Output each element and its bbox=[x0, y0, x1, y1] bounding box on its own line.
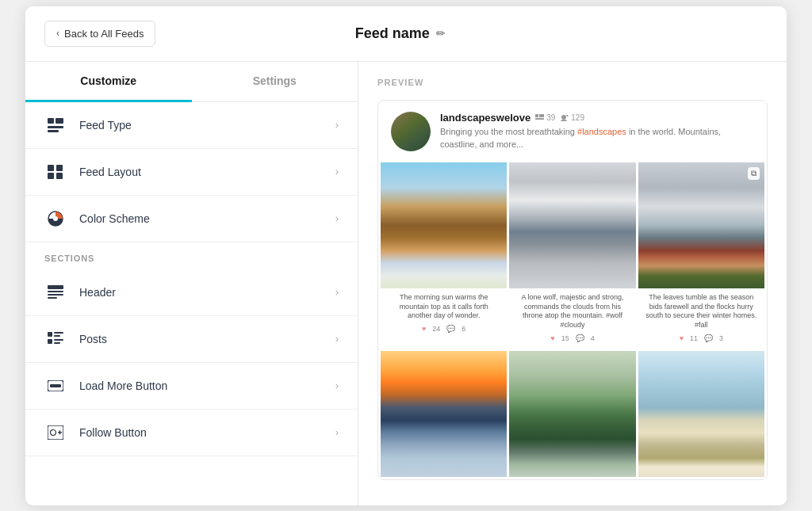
like-count-1: 24 bbox=[432, 325, 440, 333]
svg-rect-13 bbox=[48, 297, 57, 299]
svg-rect-27 bbox=[539, 114, 544, 117]
svg-rect-0 bbox=[48, 118, 54, 124]
photo-image-6 bbox=[638, 351, 764, 477]
username-row: landscapeswelove 39 129 bbox=[440, 112, 754, 124]
svg-rect-14 bbox=[48, 332, 52, 337]
svg-rect-12 bbox=[48, 294, 63, 296]
chevron-right-icon-color-scheme: › bbox=[335, 212, 339, 224]
back-button[interactable]: ‹ Back to All Feeds bbox=[44, 21, 155, 47]
chevron-right-icon-feed-layout: › bbox=[335, 166, 339, 177]
feed-description: Bringing you the most breathtaking #land… bbox=[440, 126, 754, 151]
menu-item-posts[interactable]: Posts › bbox=[25, 316, 358, 363]
back-label: Back to All Feeds bbox=[64, 28, 144, 40]
photo-image-2 bbox=[509, 162, 635, 288]
feed-header: landscapeswelove 39 129 Bringing y bbox=[378, 101, 767, 162]
edit-icon[interactable]: ✏ bbox=[436, 27, 446, 40]
like-count-3: 11 bbox=[690, 334, 698, 342]
tabs: Customize Settings bbox=[25, 62, 358, 102]
posts-icon bbox=[44, 330, 67, 348]
photo-cell-5[interactable] bbox=[509, 351, 635, 477]
photo-cell-2[interactable]: A lone wolf, majestic and strong, comman… bbox=[509, 162, 635, 349]
photo-image-4 bbox=[381, 351, 507, 477]
top-bar: ‹ Back to All Feeds Feed name ✏ bbox=[25, 6, 787, 62]
post-count-badge: 39 bbox=[535, 113, 555, 122]
photo-image-3: ⧉ bbox=[638, 162, 764, 288]
menu-item-follow-button[interactable]: Follow Button › bbox=[25, 410, 358, 456]
photo-cell-1[interactable]: The morning sun warms the mountain top a… bbox=[381, 162, 507, 349]
copy-icon-3[interactable]: ⧉ bbox=[748, 167, 760, 180]
follow-button-label: Follow Button bbox=[79, 426, 335, 439]
photo-image-5 bbox=[509, 351, 635, 477]
feed-name-area: Feed name ✏ bbox=[155, 25, 645, 42]
content-area: Customize Settings bbox=[25, 62, 787, 505]
svg-rect-21 bbox=[50, 384, 61, 387]
photo-grid: The morning sun warms the mountain top a… bbox=[378, 162, 767, 479]
svg-rect-19 bbox=[54, 342, 60, 344]
comment-icon-3: 💬 bbox=[704, 334, 713, 342]
comment-count-3: 3 bbox=[719, 334, 723, 342]
tab-customize[interactable]: Customize bbox=[25, 62, 192, 102]
photo-actions-3: ♥ 11 💬 3 bbox=[638, 332, 764, 349]
photo-cell-3[interactable]: ⧉ The leaves tumble as the season bids f… bbox=[638, 162, 764, 349]
menu-item-feed-layout[interactable]: Feed Layout › bbox=[25, 149, 358, 196]
menu-item-color-scheme[interactable]: Color Scheme › bbox=[25, 196, 358, 242]
photo-caption-1: The morning sun warms the mountain top a… bbox=[381, 288, 507, 322]
svg-rect-15 bbox=[54, 332, 63, 334]
comment-count-1: 6 bbox=[462, 325, 465, 333]
like-icon-1: ♥ bbox=[422, 325, 426, 333]
svg-rect-28 bbox=[535, 118, 544, 120]
svg-point-9 bbox=[53, 216, 58, 221]
avatar bbox=[391, 112, 431, 151]
menu-item-load-more[interactable]: Load More Button › bbox=[25, 363, 358, 410]
svg-rect-25 bbox=[59, 430, 61, 434]
feed-type-icon bbox=[44, 116, 67, 134]
svg-rect-3 bbox=[48, 130, 59, 132]
svg-rect-2 bbox=[48, 126, 63, 128]
load-more-label: Load More Button bbox=[79, 379, 335, 392]
color-scheme-icon bbox=[44, 210, 67, 227]
photo-image-1 bbox=[381, 162, 507, 288]
header-label: Header bbox=[79, 286, 335, 299]
svg-rect-1 bbox=[56, 118, 63, 124]
photo-caption-3: The leaves tumble as the season bids far… bbox=[638, 288, 764, 332]
photo-caption-2: A lone wolf, majestic and strong, comman… bbox=[509, 288, 635, 332]
svg-rect-5 bbox=[56, 165, 63, 171]
svg-point-29 bbox=[561, 115, 566, 120]
menu-item-feed-type[interactable]: Feed Type › bbox=[25, 102, 358, 149]
preview-label: PREVIEW bbox=[377, 78, 768, 87]
svg-rect-18 bbox=[54, 339, 63, 341]
left-panel: Customize Settings bbox=[25, 62, 358, 505]
instagram-feed: landscapeswelove 39 129 Bringing y bbox=[377, 100, 768, 480]
feed-type-label: Feed Type bbox=[79, 119, 335, 132]
feed-layout-label: Feed Layout bbox=[79, 166, 335, 178]
like-count-2: 15 bbox=[561, 334, 569, 342]
header-icon bbox=[44, 284, 67, 301]
svg-rect-26 bbox=[535, 114, 538, 117]
photo-cell-6[interactable] bbox=[638, 351, 764, 477]
feed-username: landscapeswelove bbox=[440, 112, 530, 124]
comment-icon-1: 💬 bbox=[446, 325, 455, 333]
svg-rect-6 bbox=[48, 173, 54, 179]
right-panel: PREVIEW landscapeswelove 39 bbox=[358, 62, 787, 505]
sections-label: SECTIONS bbox=[25, 242, 358, 269]
follower-count-badge: 129 bbox=[560, 113, 584, 122]
tab-settings[interactable]: Settings bbox=[192, 62, 358, 102]
follow-button-icon bbox=[44, 424, 67, 441]
feed-layout-icon bbox=[44, 163, 67, 181]
load-more-icon bbox=[44, 377, 67, 395]
chevron-right-icon-load-more: › bbox=[335, 379, 339, 391]
svg-rect-11 bbox=[48, 291, 63, 292]
photo-cell-4[interactable] bbox=[381, 351, 507, 477]
menu-item-header[interactable]: Header › bbox=[25, 269, 358, 316]
chevron-right-icon-header: › bbox=[335, 286, 339, 298]
comment-count-2: 4 bbox=[591, 334, 595, 342]
chevron-right-icon-follow: › bbox=[335, 426, 339, 438]
photo-actions-2: ♥ 15 💬 4 bbox=[509, 332, 635, 349]
comment-icon-2: 💬 bbox=[576, 334, 584, 342]
svg-rect-10 bbox=[48, 285, 63, 289]
like-icon-3: ♥ bbox=[680, 334, 684, 342]
like-icon-2: ♥ bbox=[550, 334, 554, 342]
svg-rect-7 bbox=[56, 173, 63, 179]
photo-actions-1: ♥ 24 💬 6 bbox=[381, 322, 507, 339]
feed-header-info: landscapeswelove 39 129 Bringing y bbox=[440, 112, 754, 151]
